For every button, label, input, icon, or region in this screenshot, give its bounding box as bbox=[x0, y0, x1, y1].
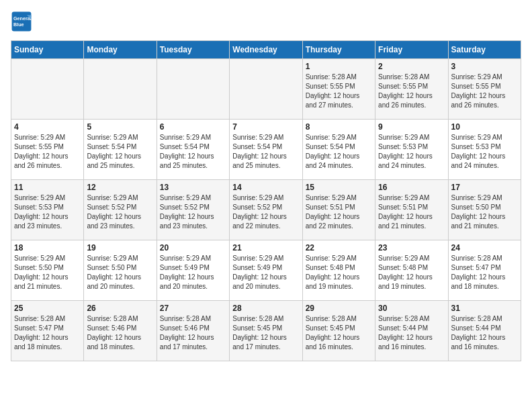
header-tuesday: Tuesday bbox=[157, 41, 229, 59]
week-row-2: 4Sunrise: 5:29 AMSunset: 5:55 PMDaylight… bbox=[11, 120, 521, 180]
day-number: 1 bbox=[306, 62, 372, 71]
calendar-cell: 27Sunrise: 5:28 AMSunset: 5:46 PMDayligh… bbox=[157, 301, 229, 361]
day-number: 17 bbox=[451, 183, 518, 192]
day-info: Sunrise: 5:29 AMSunset: 5:51 PMDaylight:… bbox=[378, 193, 445, 231]
calendar-cell: 26Sunrise: 5:28 AMSunset: 5:46 PMDayligh… bbox=[84, 301, 157, 361]
day-number: 20 bbox=[160, 243, 226, 253]
day-info: Sunrise: 5:29 AMSunset: 5:54 PMDaylight:… bbox=[160, 133, 226, 171]
day-info: Sunrise: 5:29 AMSunset: 5:55 PMDaylight:… bbox=[14, 133, 81, 171]
calendar-cell: 14Sunrise: 5:29 AMSunset: 5:52 PMDayligh… bbox=[230, 180, 302, 240]
day-info: Sunrise: 5:28 AMSunset: 5:55 PMDaylight:… bbox=[378, 73, 445, 110]
week-row-3: 11Sunrise: 5:29 AMSunset: 5:53 PMDayligh… bbox=[11, 180, 521, 240]
calendar-cell: 29Sunrise: 5:28 AMSunset: 5:45 PMDayligh… bbox=[302, 301, 375, 361]
calendar-table: SundayMondayTuesdayWednesdayThursdayFrid… bbox=[11, 40, 521, 361]
calendar-cell: 5Sunrise: 5:29 AMSunset: 5:54 PMDaylight… bbox=[84, 120, 157, 180]
day-number: 15 bbox=[306, 183, 372, 192]
day-info: Sunrise: 5:28 AMSunset: 5:47 PMDaylight:… bbox=[451, 254, 518, 291]
day-info: Sunrise: 5:28 AMSunset: 5:55 PMDaylight:… bbox=[306, 73, 372, 110]
day-number: 3 bbox=[451, 62, 518, 71]
day-number: 11 bbox=[14, 183, 81, 192]
calendar-cell: 6Sunrise: 5:29 AMSunset: 5:54 PMDaylight… bbox=[157, 120, 229, 180]
calendar-cell: 3Sunrise: 5:29 AMSunset: 5:55 PMDaylight… bbox=[448, 59, 521, 120]
day-number: 23 bbox=[378, 243, 445, 253]
calendar-cell: 24Sunrise: 5:28 AMSunset: 5:47 PMDayligh… bbox=[448, 240, 521, 301]
calendar-cell bbox=[230, 59, 302, 120]
day-info: Sunrise: 5:29 AMSunset: 5:52 PMDaylight:… bbox=[87, 193, 153, 231]
day-info: Sunrise: 5:29 AMSunset: 5:53 PMDaylight:… bbox=[378, 133, 445, 171]
day-number: 16 bbox=[378, 183, 445, 192]
calendar-cell: 30Sunrise: 5:28 AMSunset: 5:44 PMDayligh… bbox=[375, 301, 448, 361]
calendar-cell: 15Sunrise: 5:29 AMSunset: 5:51 PMDayligh… bbox=[302, 180, 375, 240]
calendar-cell: 28Sunrise: 5:28 AMSunset: 5:45 PMDayligh… bbox=[230, 301, 302, 361]
day-info: Sunrise: 5:28 AMSunset: 5:44 PMDaylight:… bbox=[451, 314, 518, 352]
week-row-5: 25Sunrise: 5:28 AMSunset: 5:47 PMDayligh… bbox=[11, 301, 521, 361]
day-info: Sunrise: 5:29 AMSunset: 5:50 PMDaylight:… bbox=[14, 254, 81, 291]
day-number: 8 bbox=[306, 122, 372, 132]
calendar-cell: 20Sunrise: 5:29 AMSunset: 5:49 PMDayligh… bbox=[157, 240, 229, 301]
calendar-cell: 25Sunrise: 5:28 AMSunset: 5:47 PMDayligh… bbox=[11, 301, 84, 361]
day-number: 24 bbox=[451, 243, 518, 253]
day-number: 30 bbox=[378, 304, 445, 313]
calendar-cell: 18Sunrise: 5:29 AMSunset: 5:50 PMDayligh… bbox=[11, 240, 84, 301]
day-number: 18 bbox=[14, 243, 81, 253]
calendar-cell: 23Sunrise: 5:29 AMSunset: 5:48 PMDayligh… bbox=[375, 240, 448, 301]
calendar-cell: 10Sunrise: 5:29 AMSunset: 5:53 PMDayligh… bbox=[448, 120, 521, 180]
calendar-cell: 7Sunrise: 5:29 AMSunset: 5:54 PMDaylight… bbox=[230, 120, 302, 180]
day-number: 25 bbox=[14, 304, 81, 313]
header-wednesday: Wednesday bbox=[230, 41, 302, 59]
calendar-cell: 19Sunrise: 5:29 AMSunset: 5:50 PMDayligh… bbox=[84, 240, 157, 301]
day-number: 27 bbox=[160, 304, 226, 313]
day-number: 29 bbox=[306, 304, 372, 313]
day-info: Sunrise: 5:28 AMSunset: 5:46 PMDaylight:… bbox=[87, 314, 153, 352]
day-info: Sunrise: 5:29 AMSunset: 5:52 PMDaylight:… bbox=[232, 193, 299, 231]
day-number: 6 bbox=[160, 122, 226, 132]
day-info: Sunrise: 5:29 AMSunset: 5:55 PMDaylight:… bbox=[451, 73, 518, 110]
calendar-cell bbox=[157, 59, 229, 120]
header-friday: Friday bbox=[375, 41, 448, 59]
calendar-cell: 9Sunrise: 5:29 AMSunset: 5:53 PMDaylight… bbox=[375, 120, 448, 180]
day-info: Sunrise: 5:29 AMSunset: 5:49 PMDaylight:… bbox=[160, 254, 226, 291]
header-saturday: Saturday bbox=[448, 41, 521, 59]
calendar-cell bbox=[11, 59, 84, 120]
day-info: Sunrise: 5:29 AMSunset: 5:54 PMDaylight:… bbox=[306, 133, 372, 171]
page-header: General Blue bbox=[11, 11, 521, 32]
day-info: Sunrise: 5:29 AMSunset: 5:54 PMDaylight:… bbox=[87, 133, 153, 171]
calendar-cell: 2Sunrise: 5:28 AMSunset: 5:55 PMDaylight… bbox=[375, 59, 448, 120]
day-number: 19 bbox=[87, 243, 153, 253]
day-number: 12 bbox=[87, 183, 153, 192]
day-number: 7 bbox=[232, 122, 299, 132]
day-number: 13 bbox=[160, 183, 226, 192]
calendar-cell: 1Sunrise: 5:28 AMSunset: 5:55 PMDaylight… bbox=[302, 59, 375, 120]
day-info: Sunrise: 5:28 AMSunset: 5:46 PMDaylight:… bbox=[160, 314, 226, 352]
calendar-cell: 8Sunrise: 5:29 AMSunset: 5:54 PMDaylight… bbox=[302, 120, 375, 180]
day-info: Sunrise: 5:29 AMSunset: 5:52 PMDaylight:… bbox=[160, 193, 226, 231]
day-info: Sunrise: 5:29 AMSunset: 5:54 PMDaylight:… bbox=[232, 133, 299, 171]
week-row-1: 1Sunrise: 5:28 AMSunset: 5:55 PMDaylight… bbox=[11, 59, 521, 120]
day-number: 14 bbox=[232, 183, 299, 192]
calendar-cell: 31Sunrise: 5:28 AMSunset: 5:44 PMDayligh… bbox=[448, 301, 521, 361]
day-number: 9 bbox=[378, 122, 445, 132]
day-info: Sunrise: 5:29 AMSunset: 5:51 PMDaylight:… bbox=[306, 193, 372, 231]
day-info: Sunrise: 5:28 AMSunset: 5:45 PMDaylight:… bbox=[232, 314, 299, 352]
day-number: 28 bbox=[232, 304, 299, 313]
calendar-cell: 4Sunrise: 5:29 AMSunset: 5:55 PMDaylight… bbox=[11, 120, 84, 180]
day-info: Sunrise: 5:29 AMSunset: 5:48 PMDaylight:… bbox=[306, 254, 372, 291]
header-sunday: Sunday bbox=[11, 41, 84, 59]
week-row-4: 18Sunrise: 5:29 AMSunset: 5:50 PMDayligh… bbox=[11, 240, 521, 301]
calendar-cell: 22Sunrise: 5:29 AMSunset: 5:48 PMDayligh… bbox=[302, 240, 375, 301]
day-info: Sunrise: 5:28 AMSunset: 5:45 PMDaylight:… bbox=[306, 314, 372, 352]
calendar-cell: 12Sunrise: 5:29 AMSunset: 5:52 PMDayligh… bbox=[84, 180, 157, 240]
day-number: 4 bbox=[14, 122, 81, 132]
day-info: Sunrise: 5:28 AMSunset: 5:47 PMDaylight:… bbox=[14, 314, 81, 352]
calendar-cell bbox=[84, 59, 157, 120]
day-number: 21 bbox=[232, 243, 299, 253]
calendar-cell: 17Sunrise: 5:29 AMSunset: 5:50 PMDayligh… bbox=[448, 180, 521, 240]
calendar-cell: 21Sunrise: 5:29 AMSunset: 5:49 PMDayligh… bbox=[230, 240, 302, 301]
calendar-cell: 13Sunrise: 5:29 AMSunset: 5:52 PMDayligh… bbox=[157, 180, 229, 240]
day-info: Sunrise: 5:29 AMSunset: 5:53 PMDaylight:… bbox=[14, 193, 81, 231]
header-thursday: Thursday bbox=[302, 41, 375, 59]
day-number: 26 bbox=[87, 304, 153, 313]
header-row: SundayMondayTuesdayWednesdayThursdayFrid… bbox=[11, 41, 521, 59]
day-number: 2 bbox=[378, 62, 445, 71]
day-info: Sunrise: 5:29 AMSunset: 5:50 PMDaylight:… bbox=[451, 193, 518, 231]
